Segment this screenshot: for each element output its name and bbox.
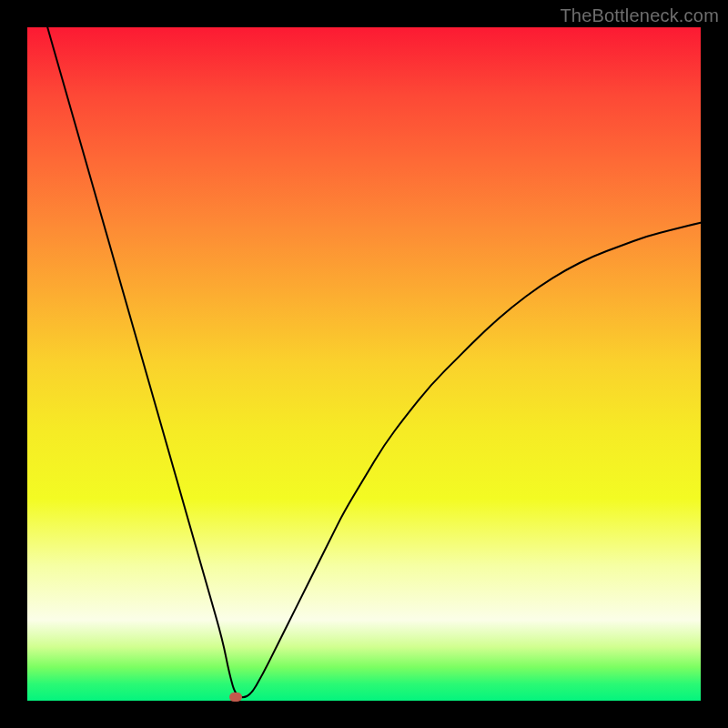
chart-container: TheBottleneck.com xyxy=(0,0,728,728)
plot-area xyxy=(27,27,701,701)
watermark-text: TheBottleneck.com xyxy=(560,5,719,26)
bottleneck-curve xyxy=(47,27,701,697)
curve-svg xyxy=(27,27,701,701)
